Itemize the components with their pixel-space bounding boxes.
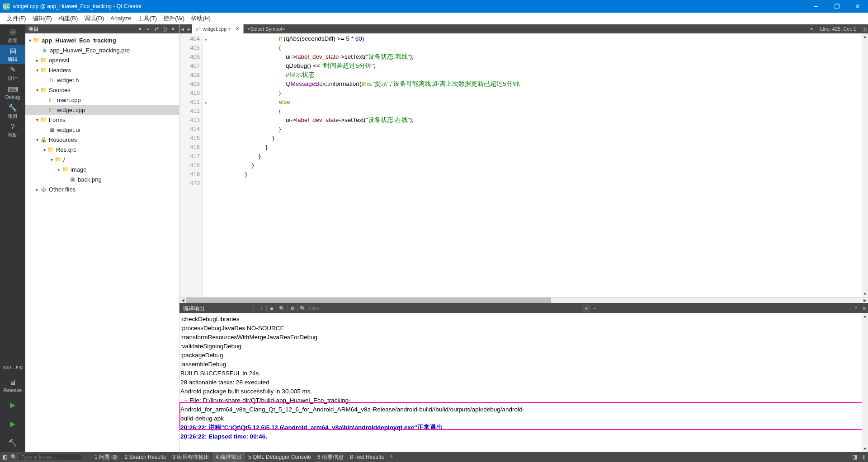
kit-selector[interactable]: app…ing (0, 357, 25, 376)
cpp-file-icon: c⁺ (48, 96, 55, 103)
ui-file-icon: ▦ (48, 126, 55, 133)
minus-icon[interactable]: − (590, 304, 599, 313)
expand-icon[interactable]: ⌃ (852, 304, 860, 313)
mode-help[interactable]: ?帮助 (0, 121, 25, 140)
arrow-up-icon[interactable]: ↑ (257, 304, 265, 313)
symbol-selector[interactable]: <Select Symbol> (244, 26, 811, 32)
tree-widget-cpp[interactable]: c⁺widget.cpp (25, 105, 179, 115)
tree-image-folder[interactable]: ▸📁image (25, 164, 179, 174)
line-number-gutter[interactable]: 404405406407 408409410411 412413414415 4… (179, 33, 203, 297)
gear-icon[interactable]: ⚙ (288, 304, 297, 313)
split-editor-icon[interactable]: ◫ (861, 24, 868, 33)
toggle-right-icon[interactable]: ◨ (850, 452, 859, 462)
progress-icon[interactable]: ▮ (859, 452, 868, 462)
cpp-file-icon: c⁺ (196, 26, 201, 32)
cpp-file-icon: c⁺ (48, 106, 55, 113)
pro-file-icon: ◈ (41, 47, 48, 54)
tree-forms[interactable]: ▾📁Forms (25, 115, 179, 125)
status-compile[interactable]: 4 编译输出 (212, 452, 245, 462)
line-col-label[interactable]: Line: 425, Col: 1 (816, 26, 861, 32)
edit-icon: ▤ (9, 47, 17, 55)
tree-back-png[interactable]: ▣back.png (25, 174, 179, 184)
output-vscrollbar[interactable]: ▲▼ (862, 313, 868, 452)
status-issues[interactable]: 1 问题2 (91, 452, 122, 462)
menu-analyze[interactable]: Analyze (107, 14, 134, 23)
lock-icon: 🔒 (40, 136, 47, 143)
menu-help[interactable]: 帮助(H) (188, 13, 214, 24)
tree-project-root[interactable]: ▾📁app_Huawei_Eco_tracking (25, 35, 179, 45)
tree-res-qrc[interactable]: ▾📁Res.qrc (25, 145, 179, 154)
tree-main-cpp[interactable]: c⁺main.cpp (25, 95, 179, 105)
tab-dropdown-icon[interactable]: ▾ (228, 27, 231, 31)
monitor-icon: 🖥 (9, 378, 17, 387)
output-body[interactable]: :checkDebugLibraries :processDebugJavaRe… (179, 313, 868, 452)
maximize-button[interactable]: ❐ (826, 0, 847, 13)
locator-input[interactable] (18, 453, 81, 461)
stop-icon[interactable]: ■ (268, 304, 276, 313)
zoom-icon[interactable]: 🔍 (278, 304, 286, 313)
tree-resources[interactable]: ▾🔒Resources (25, 135, 179, 145)
link-icon[interactable]: ⇄ (153, 25, 160, 33)
menu-debug[interactable]: 调试(D) (81, 13, 107, 24)
tree-other-files[interactable]: ▸◎Other files (25, 184, 179, 194)
folder-icon: 📁 (40, 56, 47, 64)
filter-icon[interactable]: ▿ (145, 25, 152, 33)
grid-icon: ⊞ (9, 28, 17, 36)
close-panel-icon[interactable]: ✕ (169, 25, 176, 33)
mode-edit[interactable]: ▤编辑 (0, 45, 25, 64)
tree-widget-ui[interactable]: ▦widget.ui (25, 125, 179, 135)
run-debug-button[interactable]: ▶ (0, 414, 25, 433)
close-button[interactable]: ✕ (847, 0, 868, 13)
status-test[interactable]: 8 Test Results (347, 452, 387, 462)
close-tab-icon[interactable]: ✕ (235, 26, 240, 32)
status-qml[interactable]: 5 QML Debugger Console (245, 452, 314, 462)
code-editor[interactable]: if (qAbs(secondsDiff) >= 5 * 60) { ui->l… (203, 33, 862, 297)
status-appout[interactable]: 3 应用程序输出 (169, 452, 212, 462)
menu-edit[interactable]: 编辑(E) (29, 13, 55, 24)
editor-tab-widget-cpp[interactable]: c⁺ widget.cpp ▾ ✕ (192, 24, 244, 33)
split-icon[interactable]: ◫ (161, 25, 168, 33)
folder-icon: 📁 (40, 116, 47, 123)
nav-fwd-icon[interactable]: ► (186, 24, 192, 33)
menu-tools[interactable]: 工具(T) (135, 13, 160, 24)
window-title: widget.cpp @ app_Huawei_Eco_tracking - Q… (13, 3, 806, 9)
mode-design[interactable]: ✎设计 (0, 64, 25, 83)
titlebar: QC widget.cpp @ app_Huawei_Eco_tracking … (0, 0, 868, 13)
nav-back-icon[interactable]: ◄ (179, 24, 186, 33)
hammer-icon: 🔨 (9, 439, 17, 447)
mode-project[interactable]: 🔧项目 (0, 102, 25, 121)
tree-sources[interactable]: ▾📁Sources (25, 85, 179, 95)
menu-build[interactable]: 构建(B) (55, 13, 81, 24)
tree-openssl[interactable]: ▸📁openssl (25, 55, 179, 65)
minimize-button[interactable]: ─ (806, 0, 826, 13)
chevron-icon[interactable]: ÷ (387, 452, 396, 462)
mode-debug[interactable]: ⌨Debug (0, 83, 25, 102)
chevron-down-icon[interactable]: ▾ (137, 25, 144, 33)
menu-widgets[interactable]: 控件(W) (160, 13, 188, 24)
tree-root-prefix[interactable]: ▾📁/ (25, 154, 179, 164)
editor-hscrollbar[interactable]: ◀▶ (179, 297, 868, 303)
symbol-dropdown-icon[interactable]: ▾ (811, 27, 816, 31)
arrow-down-icon[interactable]: ↓ (249, 304, 257, 313)
folder-icon: 📁 (40, 66, 47, 74)
mode-welcome[interactable]: ⊞欢迎 (0, 26, 25, 45)
help-icon: ? (9, 123, 17, 131)
run-button[interactable]: ▶ (0, 395, 25, 414)
build-config[interactable]: 🖥Release (0, 376, 25, 395)
output-filter-input[interactable] (307, 306, 582, 311)
project-panel: 项目 ▾ ▿ ⇄ ◫ ✕ ▾📁app_Huawei_Eco_tracking ◈… (25, 24, 179, 452)
tree-headers[interactable]: ▾📁Headers (25, 65, 179, 75)
tree-pro-file[interactable]: ◈app_Huawei_Eco_tracking.pro (25, 45, 179, 55)
toggle-sidebar-icon[interactable]: ◧ (0, 452, 9, 462)
build-button[interactable]: 🔨 (0, 433, 25, 452)
design-icon: ✎ (9, 66, 17, 74)
menu-file[interactable]: 文件(F) (4, 13, 29, 24)
plus-icon[interactable]: + (582, 304, 590, 313)
folder-icon: 📁 (61, 166, 69, 173)
status-search[interactable]: 2 Search Results (122, 452, 169, 462)
status-info[interactable]: 6 概要信息 (314, 452, 347, 462)
tree-widget-h[interactable]: hwidget.h (25, 75, 179, 85)
close-output-icon[interactable]: ✕ (860, 304, 868, 313)
editor-vscrollbar[interactable]: ▲▼ (862, 33, 868, 297)
project-tree[interactable]: ▾📁app_Huawei_Eco_tracking ◈app_Huawei_Ec… (25, 33, 179, 452)
